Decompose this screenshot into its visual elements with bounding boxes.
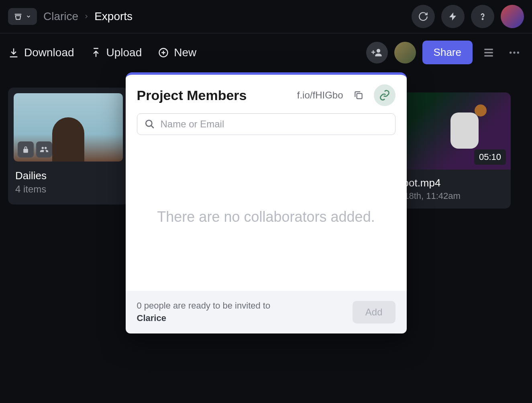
folder-item-count: 4 items [14,184,123,199]
new-button[interactable]: New [158,46,196,59]
modal-title: Project Members [137,88,247,103]
svg-point-3 [513,51,515,53]
project-members-modal: Project Members f.io/fHIGbo [126,72,407,333]
chevron-down-icon [26,14,31,19]
share-link-text[interactable]: f.io/fHIGbo [297,90,343,101]
svg-point-2 [510,51,512,53]
download-label: Download [24,46,74,59]
lightning-button[interactable] [441,5,465,28]
svg-point-0 [482,18,483,19]
download-button[interactable]: Download [8,46,74,59]
top-bar-actions [412,5,524,28]
svg-point-4 [517,51,519,53]
share-button[interactable]: Share [422,41,473,64]
duration-badge: 05:10 [474,149,506,165]
copy-link-button[interactable] [350,86,367,104]
member-avatar[interactable] [394,42,416,63]
link-settings-button[interactable] [374,84,395,106]
toolbar-right: Share [366,41,524,64]
add-member-button[interactable] [366,42,388,63]
folder-card[interactable]: Dailies 4 items [8,88,128,205]
search-icon [145,119,155,129]
svg-point-6 [146,120,152,126]
refresh-button[interactable] [412,5,435,28]
new-label: New [174,46,196,59]
modal-header: Project Members f.io/fHIGbo [126,75,407,113]
empty-state-message: There are no collaborators added. [126,143,407,291]
breadcrumb-project[interactable]: Clarice [43,10,78,23]
list-view-button[interactable] [479,43,498,62]
more-options-button[interactable] [505,43,524,62]
workspace-icon [14,12,22,21]
workspace-dropdown[interactable] [8,8,37,25]
toolbar: Download Upload New Share [0,33,532,72]
chevron-right-icon [83,13,90,20]
search-input[interactable] [161,119,388,130]
help-button[interactable] [471,5,494,28]
people-icon [36,141,52,158]
search-box[interactable] [137,113,395,135]
search-container [126,113,407,143]
footer-text: 0 people are ready to be invited to Clar… [137,300,271,325]
folder-title: Dailies [14,170,123,182]
modal-footer: 0 people are ready to be invited to Clar… [126,291,407,333]
top-bar: Clarice Exports [0,0,532,33]
svg-rect-5 [357,94,362,99]
upload-button[interactable]: Upload [90,46,142,59]
folder-thumbnail [14,93,123,162]
breadcrumb-current[interactable]: Exports [94,10,132,23]
user-avatar[interactable] [501,5,524,28]
lock-icon [18,141,34,158]
upload-label: Upload [106,46,142,59]
add-button[interactable]: Add [353,301,395,323]
breadcrumb: Clarice Exports [43,10,132,23]
